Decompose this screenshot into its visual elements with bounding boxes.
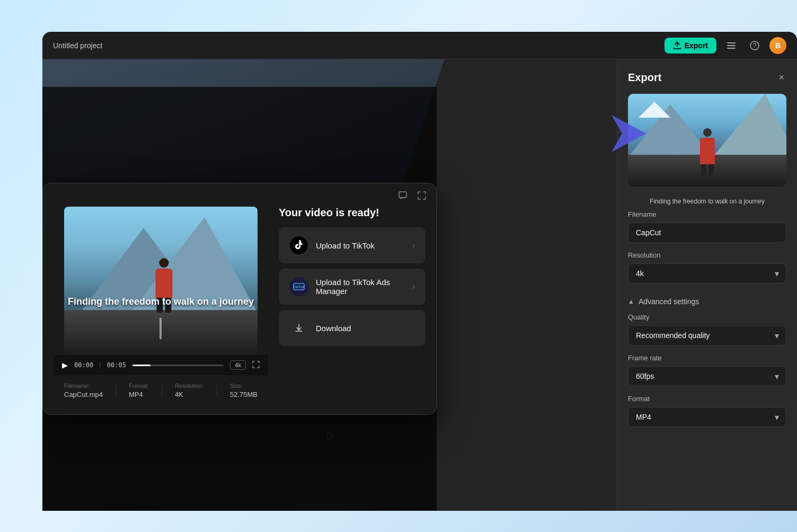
arrow-pointer-svg [606, 112, 649, 155]
advanced-settings-toggle[interactable]: ▲ Advanced settings [617, 292, 797, 313]
main-area: Finding the freedom to walk on a journey… [42, 59, 797, 511]
separator-2 [162, 385, 162, 396]
format-select-wrapper: MP4 MOV AVI [628, 407, 786, 427]
size-info: Size: 52.75MB [230, 383, 258, 398]
player-fullscreen-btn[interactable] [252, 361, 260, 370]
filename-input[interactable] [628, 223, 786, 243]
separator-1 [116, 385, 116, 396]
modal-overlay: Finding the freedom to walk on a journey… [42, 87, 437, 511]
road-line [160, 318, 162, 339]
thumb-head [703, 128, 712, 137]
svg-rect-0 [727, 42, 736, 43]
size-label: Size: [230, 383, 258, 389]
project-title: Untitled project [53, 41, 102, 50]
thumb-mountain-right [712, 94, 786, 157]
tiktok-ads-icon: TikTok [289, 277, 308, 296]
app-window: Untitled project Export ? [42, 32, 797, 511]
filename-value: CapCut.mp4 [64, 391, 103, 398]
player-section: Finding the freedom to walk on a journey… [54, 207, 268, 406]
quality-select[interactable]: Recommended quality High quality Low qua… [628, 325, 786, 345]
format-select[interactable]: MP4 MOV AVI [628, 407, 786, 427]
progress-bar[interactable] [132, 365, 224, 366]
top-bar: Untitled project Export ? [42, 32, 797, 59]
svg-rect-2 [727, 48, 736, 49]
video-caption: Finding the freedom to walk on a journey [64, 296, 258, 307]
modal-top-bar [43, 183, 436, 207]
progress-fill [132, 365, 150, 366]
layers-button[interactable] [723, 37, 740, 54]
tiktok-icon [289, 236, 308, 255]
svg-text:?: ? [753, 42, 757, 49]
figure-head [160, 258, 169, 268]
tiktok-ads-chevron: › [412, 282, 415, 291]
format-value: MP4 [129, 391, 149, 398]
resolution-field-label: Resolution [628, 251, 786, 259]
action-section: Your video is ready! Upload to TikTok › [279, 207, 426, 406]
thumb-legs [701, 164, 714, 176]
video-modal: Finding the freedom to walk on a journey… [42, 183, 437, 415]
quality-field-group: Quality Recommended quality High quality… [617, 313, 797, 354]
quality-badge-btn[interactable]: 4k [230, 360, 246, 370]
resolution-select[interactable]: 4k 1080p 720p 480p [628, 263, 786, 283]
video-player[interactable]: Finding the freedom to walk on a journey [64, 207, 258, 355]
close-panel-button[interactable]: × [776, 70, 786, 85]
upload-tiktok-ads-label: Upload to TikTok Ads Manager [316, 278, 405, 296]
expand-icon [417, 191, 427, 200]
download-arrow-icon [294, 323, 304, 333]
layers-icon [726, 40, 737, 51]
tiktok-ads-logo: TikTok [293, 283, 305, 290]
framerate-field-group: Frame rate 60fps 30fps 24fps [617, 354, 797, 395]
comment-icon [398, 191, 408, 200]
quality-field-label: Quality [628, 313, 786, 321]
fullscreen-icon-btn[interactable] [415, 189, 429, 205]
editor-area: Finding the freedom to walk on a journey… [42, 59, 617, 511]
resolution-value: 4K [175, 391, 204, 398]
separator-3 [217, 385, 217, 396]
thumbnail-caption: Finding the freedom to walk on a journey [617, 193, 797, 210]
framerate-select[interactable]: 60fps 30fps 24fps [628, 366, 786, 386]
upload-tiktok-ads-btn[interactable]: TikTok Upload to TikTok Ads Manager › [279, 269, 426, 305]
framerate-field-label: Frame rate [628, 354, 786, 362]
resolution-field-group: Resolution 4k 1080p 720p 480p [617, 251, 797, 292]
download-icon [289, 318, 308, 338]
thumb-leg-right [709, 164, 714, 176]
export-button[interactable]: Export [665, 38, 716, 54]
panel-title: Export [628, 72, 661, 84]
play-button[interactable]: ▶ [62, 361, 68, 369]
player-controls: ▶ 00:00 | 00:05 4k [54, 355, 268, 375]
format-field-label: Format [628, 395, 786, 403]
filename-info: Filename: CapCut.mp4 [64, 383, 103, 398]
chevron-up-icon: ▲ [628, 298, 634, 305]
upload-tiktok-label: Upload to TikTok [316, 241, 405, 250]
thumb-leg-left [701, 164, 706, 176]
avatar-button[interactable]: B [769, 37, 786, 54]
format-field-group: Format MP4 MOV AVI [617, 395, 797, 436]
format-info: Format: MP4 [129, 383, 149, 398]
resolution-label: Resolution: [175, 383, 204, 389]
ready-title: Your video is ready! [279, 207, 426, 219]
resolution-info: Resolution: 4K [175, 383, 204, 398]
resolution-select-wrapper: 4k 1080p 720p 480p [628, 263, 786, 283]
svg-marker-8 [612, 115, 646, 152]
download-btn[interactable]: Download [279, 310, 426, 346]
help-button[interactable]: ? [746, 37, 763, 54]
fullscreen-icon-small [252, 361, 260, 368]
upload-tiktok-btn[interactable]: Upload to TikTok › [279, 227, 426, 263]
size-value: 52.75MB [230, 391, 258, 398]
framerate-select-wrapper: 60fps 30fps 24fps [628, 366, 786, 386]
top-bar-actions: Export ? B [665, 37, 786, 54]
comment-icon-btn[interactable] [396, 189, 410, 205]
quality-select-wrapper: Recommended quality High quality Low qua… [628, 325, 786, 345]
help-icon: ? [749, 40, 760, 51]
thumb-figure [694, 128, 721, 176]
panel-header: Export × [617, 59, 797, 94]
file-info: Filename: CapCut.mp4 Format: MP4 [54, 375, 268, 406]
thumb-body [700, 138, 715, 164]
export-icon [673, 41, 681, 50]
download-label: Download [316, 324, 415, 333]
svg-text:TikTok: TikTok [293, 285, 305, 289]
player-background: Finding the freedom to walk on a journey [64, 207, 258, 355]
filename-label: Filename: [64, 383, 103, 389]
road [64, 310, 258, 355]
time-current: 00:00 | 00:05 [74, 361, 126, 369]
